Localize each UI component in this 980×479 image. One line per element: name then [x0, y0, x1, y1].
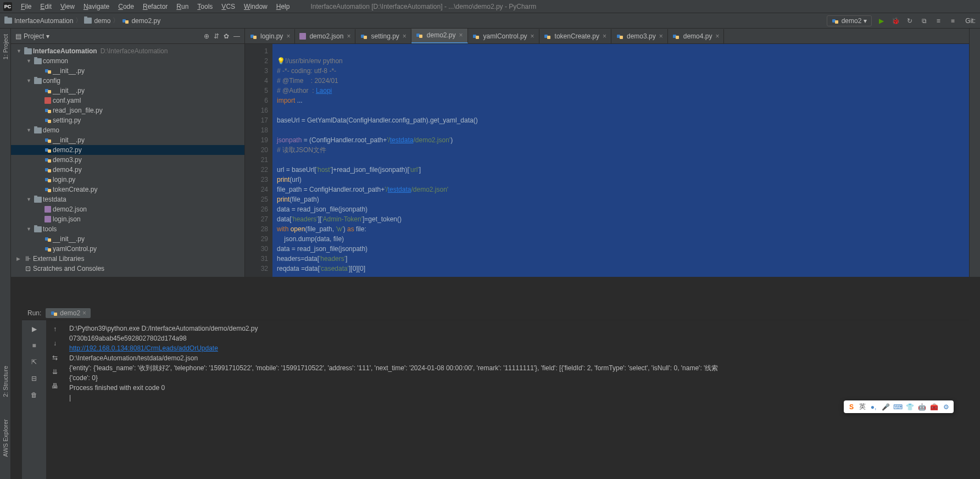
tree-item[interactable]: ▼common	[11, 56, 244, 66]
tree-item[interactable]: ▼config	[11, 76, 244, 86]
project-tree[interactable]: ▼InterfaceAutomationD:\InterfaceAutomati…	[11, 44, 244, 276]
settings-icon[interactable]: ✿	[224, 32, 229, 40]
ime-bot-icon[interactable]: 🤖	[917, 403, 926, 411]
ime-comma-icon[interactable]: ●,	[869, 403, 878, 411]
collapse-icon[interactable]: ⇵	[214, 32, 219, 40]
profile-button[interactable]: ⧉	[919, 16, 929, 26]
tree-item[interactable]: __init__.py	[11, 135, 244, 145]
tree-item[interactable]: __init__.py	[11, 86, 244, 96]
break-button[interactable]: ⊟	[29, 373, 40, 384]
trash-button[interactable]: 🗑	[29, 389, 40, 400]
hide-icon[interactable]: —	[233, 32, 240, 40]
tree-item[interactable]: setting.py	[11, 115, 244, 125]
ime-toolbar[interactable]: S 英 ●, 🎤 ⌨ 👕 🤖 🧰 ⚙	[844, 400, 954, 413]
tool-structure[interactable]: 2: Structure	[2, 366, 9, 397]
stop-button[interactable]: ■	[29, 340, 40, 351]
editor-tab[interactable]: demo2.py×	[411, 29, 468, 43]
menu-navigate[interactable]: Navigate	[79, 2, 114, 12]
chevron-down-icon[interactable]: ▾	[46, 32, 49, 40]
stop-button[interactable]: ≡	[933, 16, 943, 26]
tree-item[interactable]: ▶⊪External Libraries	[11, 254, 244, 264]
editor-tab[interactable]: yamlControl.py×	[468, 29, 539, 43]
tree-item[interactable]: __init__.py	[11, 234, 244, 244]
coverage-button[interactable]: ↻	[905, 16, 915, 26]
menu-refactor[interactable]: Refactor	[138, 2, 172, 12]
menu-edit[interactable]: Edit	[36, 2, 56, 12]
tree-arrow-icon[interactable]: ▼	[26, 78, 33, 83]
tree-item[interactable]: login.py	[11, 175, 244, 185]
tree-item[interactable]: login.json	[11, 214, 244, 224]
menu-code[interactable]: Code	[114, 2, 138, 12]
tree-item[interactable]: demo2.py	[11, 145, 244, 155]
ime-keyboard-icon[interactable]: ⌨	[893, 403, 902, 411]
up-button[interactable]: ↑	[49, 324, 60, 335]
close-icon[interactable]: ×	[531, 32, 534, 40]
tree-item[interactable]: yamlControl.py	[11, 244, 244, 254]
ime-skin-icon[interactable]: 👕	[905, 403, 914, 411]
code-editor[interactable]: 1234561617181920212223242526272829303132…	[245, 44, 969, 277]
editor-tab[interactable]: tokenCreate.py×	[539, 29, 611, 43]
editor-tab[interactable]: demo4.py×	[668, 29, 725, 43]
editor-tab[interactable]: demo2.json×	[295, 29, 355, 43]
tree-item[interactable]: ▼demo	[11, 125, 244, 135]
close-icon[interactable]: ×	[603, 32, 606, 40]
locate-icon[interactable]: ⊕	[204, 32, 209, 40]
wrap-button[interactable]: ⇆	[49, 352, 60, 363]
close-icon[interactable]: ×	[82, 309, 86, 317]
scroll-button[interactable]: ⇊	[49, 366, 60, 377]
tree-arrow-icon[interactable]: ▼	[26, 226, 33, 232]
print-button[interactable]: 🖶	[49, 381, 60, 392]
editor-tab[interactable]: demo3.py×	[611, 29, 668, 43]
close-icon[interactable]: ×	[347, 32, 350, 40]
menu-window[interactable]: Window	[240, 2, 272, 12]
tool-project[interactable]: 1: Project	[2, 34, 9, 59]
tree-item[interactable]: ▼testdata	[11, 194, 244, 204]
close-icon[interactable]: ×	[459, 31, 463, 39]
close-icon[interactable]: ×	[715, 32, 719, 40]
tree-item[interactable]: demo3.py	[11, 155, 244, 165]
tree-item[interactable]: tokenCreate.py	[11, 185, 244, 194]
tree-item[interactable]: read_json_file.py	[11, 105, 244, 115]
tree-arrow-icon[interactable]: ▼	[16, 48, 23, 54]
tree-item[interactable]: ▼tools	[11, 224, 244, 234]
breadcrumb-item[interactable]: demo2.py	[121, 17, 160, 25]
editor-content[interactable]: 💡!/usr/bin/env python# -*- coding: utf-8…	[272, 44, 969, 277]
editor-tab[interactable]: login.py×	[245, 29, 295, 43]
tree-item[interactable]: __init__.py	[11, 66, 244, 76]
close-icon[interactable]: ×	[403, 32, 407, 40]
menu-tools[interactable]: Tools	[193, 2, 217, 12]
tree-arrow-icon[interactable]: ▼	[26, 127, 33, 133]
menu-vcs[interactable]: VCS	[217, 2, 240, 12]
tree-item[interactable]: demo2.json	[11, 204, 244, 214]
tool-aws[interactable]: AWS Explorer	[2, 419, 9, 457]
stop-button-2[interactable]: ■	[948, 16, 957, 26]
tree-item[interactable]: demo4.py	[11, 165, 244, 175]
ime-mic-icon[interactable]: 🎤	[881, 403, 890, 411]
console-output[interactable]: D:\Python39\python.exe D:/InterfaceAutom…	[64, 320, 969, 479]
menu-help[interactable]: Help	[272, 2, 294, 12]
breadcrumb-item[interactable]: InterfaceAutomation	[4, 17, 73, 25]
close-icon[interactable]: ×	[659, 32, 663, 40]
run-button[interactable]: ▶	[876, 16, 886, 26]
tree-arrow-icon[interactable]: ▼	[26, 197, 33, 202]
tree-item[interactable]: ▼InterfaceAutomationD:\InterfaceAutomati…	[11, 46, 244, 56]
tree-item[interactable]: ⊡Scratches and Consoles	[11, 264, 244, 274]
down-button[interactable]: ↓	[49, 338, 60, 349]
editor-tab[interactable]: setting.py×	[355, 29, 411, 43]
tree-item[interactable]: conf.yaml	[11, 96, 244, 105]
tree-arrow-icon[interactable]: ▼	[26, 58, 33, 64]
exit-button[interactable]: ⇱	[29, 357, 40, 367]
tree-arrow-icon[interactable]: ▶	[16, 256, 23, 261]
run-configuration-selector[interactable]: demo2 ▾	[827, 15, 872, 26]
breadcrumb[interactable]: InterfaceAutomation〉demo〉demo2.py	[4, 16, 160, 25]
ime-toolbox-icon[interactable]: 🧰	[929, 403, 938, 411]
ime-settings-icon[interactable]: ⚙	[942, 403, 950, 411]
breadcrumb-item[interactable]: demo	[84, 17, 110, 25]
console-link[interactable]: http://192.168.0.134:8081/CrmLeads/addOr…	[69, 344, 218, 352]
menu-run[interactable]: Run	[172, 2, 193, 12]
close-icon[interactable]: ×	[286, 32, 290, 40]
rerun-button[interactable]: ▶	[29, 324, 40, 335]
ime-mode[interactable]: 英	[859, 402, 866, 411]
debug-button[interactable]: 🐞	[890, 16, 900, 26]
menu-file[interactable]: File	[16, 2, 36, 12]
